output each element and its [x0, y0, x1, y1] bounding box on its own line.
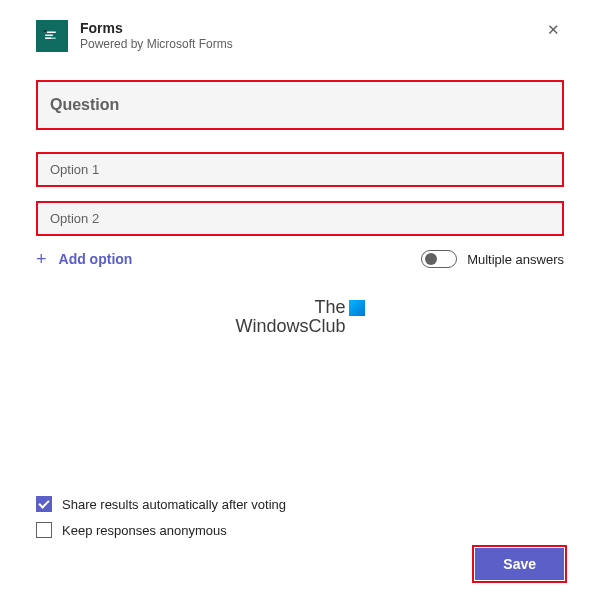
- watermark-line2: WindowsClub: [235, 317, 345, 336]
- toggle-knob: [425, 253, 437, 265]
- add-option-button[interactable]: + Add option: [36, 250, 132, 268]
- watermark: The WindowsClub: [36, 298, 564, 336]
- multiple-answers-label: Multiple answers: [467, 252, 564, 267]
- svg-rect-3: [45, 38, 51, 40]
- multiple-answers-toggle[interactable]: [421, 250, 457, 268]
- save-button[interactable]: Save: [475, 548, 564, 580]
- share-results-label: Share results automatically after voting: [62, 497, 286, 512]
- keep-anonymous-label: Keep responses anonymous: [62, 523, 227, 538]
- option-input-2[interactable]: Option 2: [36, 201, 564, 236]
- app-title: Forms: [80, 20, 531, 36]
- forms-app-icon: F: [36, 20, 68, 52]
- watermark-line1: The: [235, 298, 345, 317]
- svg-rect-1: [45, 35, 53, 37]
- watermark-square-icon: [349, 300, 365, 316]
- share-results-checkbox[interactable]: [36, 496, 52, 512]
- plus-icon: +: [36, 250, 47, 268]
- app-subtitle: Powered by Microsoft Forms: [80, 37, 531, 51]
- question-input[interactable]: Question: [36, 80, 564, 130]
- svg-rect-0: [45, 32, 56, 34]
- keep-anonymous-checkbox[interactable]: [36, 522, 52, 538]
- dialog-header: F Forms Powered by Microsoft Forms ✕: [36, 20, 564, 52]
- close-icon[interactable]: ✕: [543, 20, 564, 39]
- add-option-label: Add option: [59, 251, 133, 267]
- option-input-1[interactable]: Option 1: [36, 152, 564, 187]
